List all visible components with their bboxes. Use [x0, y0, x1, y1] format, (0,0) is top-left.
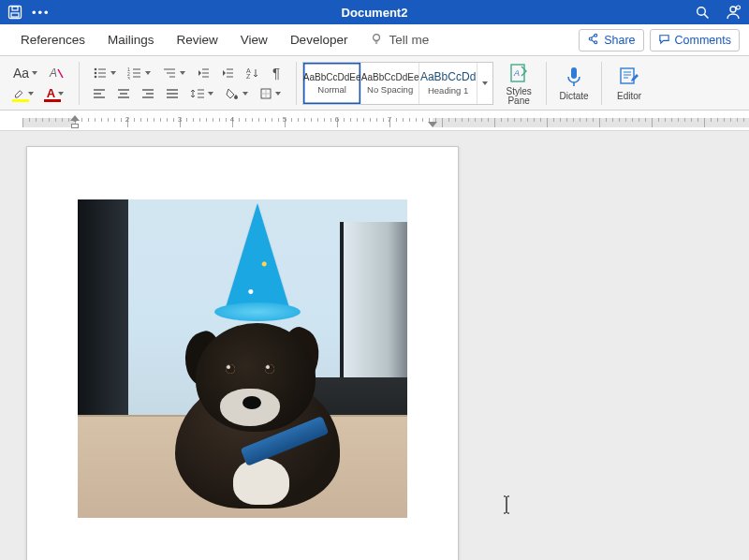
- more-icon[interactable]: •••: [32, 6, 51, 20]
- tab-view[interactable]: View: [229, 24, 279, 56]
- inserted-image[interactable]: [78, 199, 407, 518]
- comments-label: Comments: [675, 34, 731, 47]
- lightbulb-icon: [370, 32, 383, 48]
- document-title: Document2: [0, 6, 749, 20]
- tab-review[interactable]: Review: [166, 24, 229, 56]
- title-bar: ••• Document2: [0, 0, 749, 24]
- svg-rect-2: [12, 7, 18, 10]
- bullets-button[interactable]: [89, 63, 120, 83]
- svg-line-4: [704, 14, 708, 18]
- styles-pane-icon: A: [508, 61, 529, 85]
- justify-button[interactable]: [162, 83, 183, 104]
- style-heading-1[interactable]: AaBbCcDd Heading 1: [419, 63, 477, 104]
- highlight-color-button[interactable]: [9, 83, 37, 104]
- page[interactable]: [26, 146, 459, 560]
- styles-pane-button[interactable]: A Styles Pane: [497, 59, 540, 108]
- editor-label: Editor: [617, 91, 641, 101]
- style-normal-label: Normal: [317, 84, 346, 95]
- svg-rect-1: [11, 13, 19, 17]
- comment-icon: [658, 33, 670, 48]
- style-nospacing-label: No Spacing: [367, 84, 413, 95]
- decrease-indent-button[interactable]: [193, 63, 213, 83]
- align-right-button[interactable]: [138, 83, 158, 104]
- separator: [546, 62, 547, 105]
- align-center-button[interactable]: [113, 83, 134, 104]
- style-heading1-demo: AaBbCcDd: [420, 70, 476, 83]
- change-case-button[interactable]: Aa: [9, 63, 41, 83]
- tab-developer[interactable]: Developer: [279, 24, 360, 56]
- svg-point-5: [730, 7, 736, 12]
- tell-me[interactable]: Tell me: [359, 24, 440, 56]
- numbering-button[interactable]: 123: [124, 63, 154, 83]
- font-group: Aa A A: [6, 59, 73, 108]
- styles-pane-label: Styles Pane: [497, 87, 540, 106]
- tab-mailings[interactable]: Mailings: [96, 24, 166, 56]
- dictate-button[interactable]: Dictate: [552, 59, 595, 108]
- separator: [296, 62, 297, 105]
- svg-point-6: [737, 6, 741, 9]
- svg-point-7: [374, 35, 380, 41]
- style-normal-demo: AaBbCcDdEe: [303, 72, 361, 82]
- svg-point-11: [589, 37, 592, 40]
- align-left-button[interactable]: [89, 83, 110, 104]
- dictate-label: Dictate: [560, 91, 589, 101]
- svg-point-15: [95, 71, 97, 74]
- shading-button[interactable]: [221, 83, 252, 104]
- font-color-button[interactable]: A: [41, 83, 69, 104]
- svg-rect-57: [571, 67, 577, 79]
- save-icon[interactable]: [7, 5, 22, 20]
- share-label: Share: [604, 34, 635, 47]
- svg-text:3: 3: [127, 76, 130, 80]
- style-no-spacing[interactable]: AaBbCcDdEe No Spacing: [361, 63, 419, 104]
- svg-text:Z: Z: [246, 73, 251, 80]
- microphone-icon: [564, 65, 584, 89]
- style-normal[interactable]: AaBbCcDdEe Normal: [303, 63, 361, 104]
- ribbon-tabs: References Mailings Review View Develope…: [0, 24, 749, 56]
- text-cursor-icon: [500, 494, 513, 515]
- svg-point-14: [95, 67, 97, 70]
- separator: [601, 62, 602, 105]
- paragraph-group: 123 AZ ¶: [85, 59, 290, 108]
- style-heading1-label: Heading 1: [428, 85, 468, 96]
- svg-point-16: [95, 75, 97, 78]
- show-marks-button[interactable]: ¶: [266, 63, 286, 83]
- tab-references[interactable]: References: [9, 24, 96, 56]
- share-button[interactable]: Share: [579, 29, 643, 52]
- clear-formatting-button[interactable]: A: [45, 63, 69, 83]
- svg-text:A: A: [513, 68, 520, 78]
- svg-point-12: [595, 40, 597, 43]
- document-canvas[interactable]: [0, 131, 749, 560]
- editor-icon: [618, 65, 640, 89]
- tell-me-label: Tell me: [389, 33, 429, 47]
- svg-point-10: [595, 34, 597, 37]
- change-case-label: Aa: [13, 66, 29, 81]
- search-icon[interactable]: [695, 5, 710, 20]
- styles-gallery[interactable]: AaBbCcDdEe Normal AaBbCcDdEe No Spacing …: [302, 62, 493, 105]
- borders-button[interactable]: [256, 83, 285, 104]
- share-icon: [587, 33, 599, 48]
- editor-button[interactable]: Editor: [608, 59, 651, 108]
- ruler[interactable]: 1234567: [0, 111, 749, 131]
- sort-button[interactable]: AZ: [242, 63, 262, 83]
- separator: [79, 62, 80, 105]
- increase-indent-button[interactable]: [217, 63, 238, 83]
- styles-more-button[interactable]: [477, 63, 492, 104]
- ribbon: Aa A A 123 AZ ¶: [0, 56, 749, 111]
- svg-text:A: A: [49, 66, 57, 80]
- account-icon[interactable]: [725, 4, 742, 21]
- comments-button[interactable]: Comments: [650, 29, 740, 52]
- multilevel-list-button[interactable]: [158, 63, 189, 83]
- style-nospacing-demo: AaBbCcDdEe: [361, 72, 419, 82]
- line-spacing-button[interactable]: [186, 83, 217, 104]
